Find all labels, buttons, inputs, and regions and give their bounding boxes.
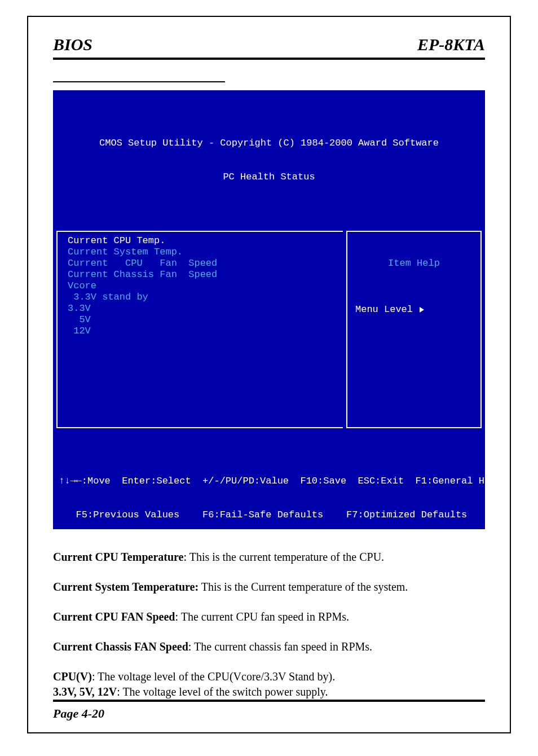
page-frame: BIOS EP-8KTA CMOS Setup Utility - Copyri… [27, 16, 511, 733]
bios-footer: ↑↓→←:Move Enter:Select +/-/PU/PD:Value F… [53, 452, 485, 529]
bios-screenshot: CMOS Setup Utility - Copyright (C) 1984-… [53, 90, 485, 529]
item-help-title: Item Help [355, 258, 473, 269]
desc-text: : The current CPU fan speed in RPMs. [175, 610, 349, 623]
desc-row: Current Chassis FAN Speed: The current c… [53, 639, 485, 654]
desc-row: Current CPU FAN Speed: The current CPU f… [53, 609, 485, 625]
desc-text: : This is the current temperature of the… [183, 551, 384, 563]
desc-label: 3.3V, 5V, 12V [53, 685, 117, 698]
bios-item: 5V [68, 314, 91, 325]
bios-footer-line1: ↑↓→←:Move Enter:Select +/-/PU/PD:Value F… [59, 476, 479, 487]
bios-item: Current System Temp. [68, 247, 183, 257]
desc-row: 3.3V, 5V, 12V: The voltage level of the … [53, 684, 485, 700]
bios-panels: Current CPU Temp. Current System Temp. C… [53, 230, 485, 429]
bios-title-line1: CMOS Setup Utility - Copyright (C) 1984-… [53, 138, 485, 149]
menu-level-label: Menu Level [355, 304, 413, 315]
desc-label: Current CPU Temperature [53, 551, 183, 563]
bios-title: CMOS Setup Utility - Copyright (C) 1984-… [53, 113, 485, 206]
bios-item-selected: Current CPU Temp. [68, 235, 165, 246]
menu-level-row: Menu Level [355, 304, 473, 315]
page-number: Page 4-20 [53, 700, 485, 721]
desc-label: Current System Temperature: [53, 581, 199, 593]
bios-item: 3.3V [68, 303, 91, 314]
section-title-rule [53, 81, 225, 82]
desc-label: CPU(V) [53, 670, 92, 683]
bios-title-line2: PC Health Status [53, 172, 485, 183]
desc-text: : The voltage level of the switch power … [117, 685, 328, 698]
desc-row: CPU(V): The voltage level of the CPU(Vco… [53, 669, 485, 684]
desc-text: : The current chassis fan speed in RPMs. [188, 640, 372, 653]
page-header: BIOS EP-8KTA [53, 35, 485, 60]
bios-right-panel: Item Help Menu Level [346, 231, 482, 428]
bios-item: 3.3V stand by [68, 292, 148, 302]
desc-row: Current CPU Temperature: This is the cur… [53, 550, 485, 565]
bios-item: Current Chassis Fan Speed [68, 269, 217, 280]
desc-text: : The voltage level of the CPU(Vcore/3.3… [92, 670, 335, 683]
desc-row: Current System Temperature: This is the … [53, 579, 485, 595]
bios-item: 12V [68, 326, 91, 336]
header-left: BIOS [53, 35, 92, 54]
header-right: EP-8KTA [417, 35, 485, 54]
description-block: Current CPU Temperature: This is the cur… [53, 550, 485, 700]
bios-footer-line2: F5:Previous Values F6:Fail-Safe Defaults… [59, 509, 479, 521]
bios-left-panel: Current CPU Temp. Current System Temp. C… [56, 231, 343, 428]
desc-label: Current CPU FAN Speed [53, 610, 175, 623]
bios-item: Current CPU Fan Speed [68, 258, 217, 269]
desc-label: Current Chassis FAN Speed [53, 640, 188, 653]
desc-text: This is the Current temperature of the s… [199, 581, 408, 593]
triangle-right-icon [420, 307, 424, 313]
bios-item: Vcore [68, 280, 96, 291]
